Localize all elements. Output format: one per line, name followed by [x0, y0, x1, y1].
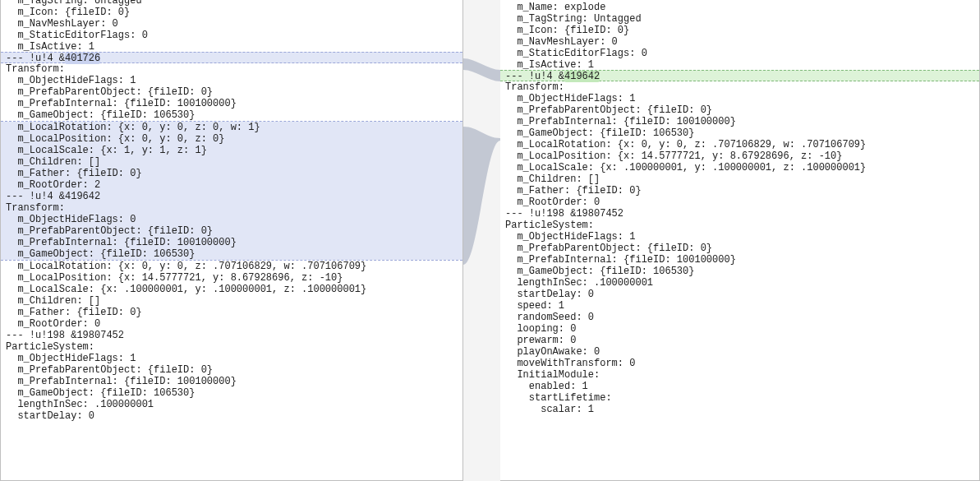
code-line[interactable]: m_ObjectHideFlags: 1: [1, 353, 462, 364]
left-pane[interactable]: m_TagString: Untagged m_Icon: {fileID: 0…: [0, 0, 463, 481]
code-line[interactable]: Transform:: [1, 202, 462, 214]
code-line[interactable]: m_Father: {fileID: 0}: [500, 185, 979, 197]
code-line[interactable]: lengthInSec: .100000001: [500, 277, 979, 289]
code-line[interactable]: m_ObjectHideFlags: 1: [500, 231, 979, 243]
code-line[interactable]: m_PrefabInternal: {fileID: 100100000}: [1, 237, 462, 248]
code-line[interactable]: m_Children: []: [1, 156, 462, 168]
code-line[interactable]: --- !u!4 &419642: [500, 70, 979, 81]
code-line[interactable]: looping: 0: [500, 323, 979, 335]
code-line[interactable]: m_TagString: Untagged: [500, 13, 979, 25]
code-line[interactable]: enabled: 1: [500, 381, 979, 392]
code-line[interactable]: m_LocalRotation: {x: 0, y: 0, z: .707106…: [1, 261, 462, 272]
code-line[interactable]: m_GameObject: {fileID: 106530}: [500, 127, 979, 139]
code-line[interactable]: m_ObjectHideFlags: 1: [1, 75, 462, 86]
connector-2: [463, 121, 500, 269]
code-line[interactable]: m_LocalScale: {x: .100000001, y: .100000…: [1, 284, 462, 295]
code-line[interactable]: Transform:: [500, 81, 979, 93]
code-line[interactable]: startDelay: 0: [1, 410, 462, 422]
code-line[interactable]: scalar: 1: [500, 404, 979, 415]
code-line[interactable]: m_GameObject: {fileID: 106530}: [1, 109, 462, 121]
code-line[interactable]: m_PrefabParentObject: {fileID: 0}: [1, 225, 462, 237]
code-line[interactable]: --- !u!4 &419642: [1, 191, 462, 202]
code-line[interactable]: m_NavMeshLayer: 0: [500, 36, 979, 48]
code-line[interactable]: --- !u!198 &19807452: [500, 208, 979, 220]
code-line[interactable]: m_PrefabParentObject: {fileID: 0}: [500, 104, 979, 116]
right-pane[interactable]: m_Name: explode m_TagString: Untagged m_…: [500, 0, 980, 481]
code-line[interactable]: m_LocalScale: {x: 1, y: 1, z: 1}: [1, 145, 462, 156]
code-line[interactable]: m_LocalScale: {x: .100000001, y: .100000…: [500, 162, 979, 173]
code-line[interactable]: prewarm: 0: [500, 335, 979, 346]
code-line[interactable]: lengthInSec: .100000001: [1, 399, 462, 410]
code-line[interactable]: m_PrefabParentObject: {fileID: 0}: [1, 364, 462, 376]
code-line[interactable]: speed: 1: [500, 300, 979, 312]
code-line[interactable]: m_LocalPosition: {x: 14.5777721, y: 8.67…: [1, 272, 462, 284]
right-code-lines: m_Name: explode m_TagString: Untagged m_…: [500, 2, 979, 415]
code-line[interactable]: playOnAwake: 0: [500, 346, 979, 358]
code-line[interactable]: m_LocalPosition: {x: 0, y: 0, z: 0}: [1, 133, 462, 145]
code-line[interactable]: m_Father: {fileID: 0}: [1, 168, 462, 179]
diff-gutter: [463, 0, 500, 481]
code-line[interactable]: m_RootOrder: 2: [1, 179, 462, 191]
code-line[interactable]: m_Children: []: [500, 173, 979, 185]
code-line[interactable]: --- !u!198 &19807452: [1, 330, 462, 341]
deleted-block: m_LocalRotation: {x: 0, y: 0, z: 0, w: 1…: [1, 121, 462, 261]
code-line[interactable]: m_PrefabInternal: {fileID: 100100000}: [1, 376, 462, 387]
code-line[interactable]: m_PrefabInternal: {fileID: 100100000}: [1, 98, 462, 109]
code-line[interactable]: m_PrefabInternal: {fileID: 100100000}: [500, 116, 979, 127]
code-line[interactable]: m_RootOrder: 0: [1, 318, 462, 330]
code-line[interactable]: InitialModule:: [500, 369, 979, 381]
code-line[interactable]: m_LocalRotation: {x: 0, y: 0, z: .707106…: [500, 139, 979, 150]
diff-view: m_TagString: Untagged m_Icon: {fileID: 0…: [0, 0, 980, 481]
code-line[interactable]: m_RootOrder: 0: [500, 197, 979, 208]
code-line[interactable]: m_PrefabInternal: {fileID: 100100000}: [500, 254, 979, 266]
code-line[interactable]: randomSeed: 0: [500, 312, 979, 323]
code-line[interactable]: m_TagString: Untagged: [1, 0, 462, 7]
code-line[interactable]: m_StaticEditorFlags: 0: [500, 48, 979, 59]
code-line[interactable]: startDelay: 0: [500, 289, 979, 300]
code-line[interactable]: m_Icon: {fileID: 0}: [500, 25, 979, 36]
code-line[interactable]: m_GameObject: {fileID: 106530}: [1, 248, 462, 260]
code-line[interactable]: m_ObjectHideFlags: 1: [500, 93, 979, 104]
code-line[interactable]: m_IsActive: 1: [500, 59, 979, 71]
code-line[interactable]: --- !u!4 &401726: [1, 52, 462, 63]
code-line[interactable]: m_GameObject: {fileID: 106530}: [500, 266, 979, 277]
code-line[interactable]: m_StaticEditorFlags: 0: [1, 30, 462, 41]
code-line[interactable]: m_Name: explode: [500, 2, 979, 13]
code-line[interactable]: m_Children: []: [1, 295, 462, 307]
code-line[interactable]: m_NavMeshLayer: 0: [1, 18, 462, 30]
code-line[interactable]: m_LocalPosition: {x: 14.5777721, y: 8.67…: [500, 150, 979, 162]
code-line[interactable]: m_IsActive: 1: [1, 41, 462, 53]
code-line[interactable]: m_Icon: {fileID: 0}: [1, 7, 462, 18]
code-line[interactable]: Transform:: [1, 63, 462, 75]
connector-1: [463, 53, 500, 86]
code-line[interactable]: m_PrefabParentObject: {fileID: 0}: [1, 86, 462, 98]
code-line[interactable]: m_ObjectHideFlags: 0: [1, 214, 462, 225]
code-line[interactable]: ParticleSystem:: [1, 341, 462, 353]
code-line[interactable]: m_LocalRotation: {x: 0, y: 0, z: 0, w: 1…: [1, 122, 462, 133]
left-code-lines: m_TagString: Untagged m_Icon: {fileID: 0…: [1, 0, 462, 422]
code-line[interactable]: m_PrefabParentObject: {fileID: 0}: [500, 243, 979, 254]
code-line[interactable]: moveWithTransform: 0: [500, 358, 979, 369]
code-line[interactable]: m_Father: {fileID: 0}: [1, 307, 462, 318]
code-line[interactable]: startLifetime:: [500, 392, 979, 404]
code-line[interactable]: ParticleSystem:: [500, 220, 979, 231]
code-line[interactable]: m_GameObject: {fileID: 106530}: [1, 387, 462, 399]
